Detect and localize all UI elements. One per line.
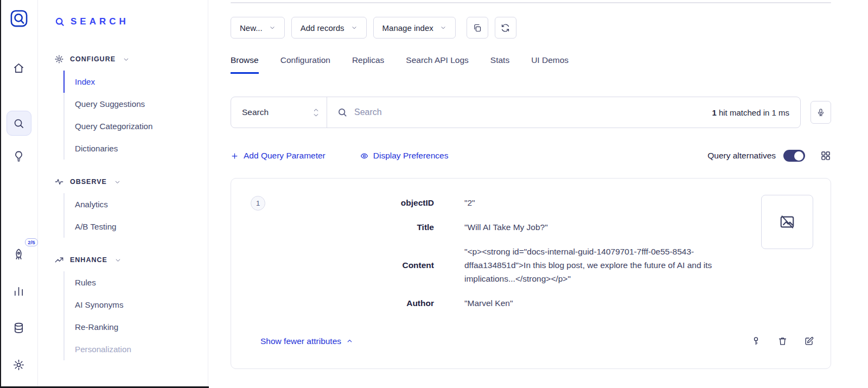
field-row-content: Content "<p><strong id="docs-internal-gu… [304,245,808,285]
sidebar-item-analytics[interactable]: Analytics [63,193,208,215]
edit-record-button[interactable] [804,336,814,346]
icon-rail: 2/5 [0,0,38,388]
tab-replicas[interactable]: Replicas [352,55,384,74]
add-records-dropdown-button[interactable]: Add records [291,17,367,39]
chevron-up-icon [313,108,319,112]
tab-search-api-logs[interactable]: Search API Logs [406,55,468,74]
field-value: "Marvel Ken" [464,296,513,310]
hit-text: hit matched in [717,108,772,117]
section-header-configure[interactable]: CONFIGURE [54,54,208,64]
algolia-logo-icon[interactable] [9,9,29,28]
add-query-parameter-label: Add Query Parameter [244,151,326,161]
hit-count: 1 [712,108,716,117]
tab-browse[interactable]: Browse [231,55,259,74]
field-value: "<p><strong id="docs-internal-guid-14079… [464,245,757,285]
voice-search-button[interactable] [810,101,831,124]
record-action-icons [751,336,814,346]
image-placeholder [761,195,813,249]
chevron-down-icon [114,257,122,264]
sidebar-item-index[interactable]: Index [63,71,208,93]
hit-time: 1 ms [771,108,789,117]
field-value: "2" [464,196,475,209]
toggle-knob [794,151,803,161]
refresh-button[interactable] [495,17,516,39]
api-key-button[interactable] [751,336,761,346]
home-icon[interactable] [7,55,31,80]
tab-configuration[interactable]: Configuration [280,55,330,74]
key-icon [751,336,761,346]
tab-ui-demos[interactable]: UI Demos [531,55,569,74]
add-records-label: Add records [301,23,344,33]
rocket-icon[interactable]: 2/5 [7,241,31,266]
add-query-parameter-link[interactable]: Add Query Parameter [231,151,326,161]
algolia-dashboard: 2/5 SEARCH CONFIGURE Index Query Suggest… [0,0,868,388]
section-items: Rules AI Synonyms Re-Ranking Personaliza… [63,271,208,360]
search-product-title: SEARCH [71,16,129,27]
search-bar: Search 1 hit matched in 1 ms [231,97,801,128]
manage-index-dropdown-button[interactable]: Manage index [373,17,456,39]
edit-pencil-icon [804,336,814,346]
section-label: CONFIGURE [70,55,116,63]
sidebar-item-ab-testing[interactable]: A/B Testing [63,215,208,238]
lightbulb-icon[interactable] [7,143,31,168]
microphone-icon [816,108,825,117]
show-fewer-attributes-link[interactable]: Show fewer attributes [260,336,353,346]
sidebar-item-re-ranking[interactable]: Re-Ranking [63,316,208,338]
chevron-down-icon [269,24,276,31]
sidebar-item-rules[interactable]: Rules [63,271,208,294]
search-input[interactable] [348,107,712,117]
query-alternatives-toggle[interactable] [783,150,805,162]
section-header-observe[interactable]: OBSERVE [54,177,208,187]
field-row-author: Author "Marvel Ken" [304,296,808,310]
sidebar: SEARCH CONFIGURE Index Query Suggestions… [38,0,208,388]
search-stats: 1 hit matched in 1 ms [712,108,800,117]
sidebar-section-configure: CONFIGURE Index Query Suggestions Query … [54,54,208,160]
chevron-down-icon [114,179,121,186]
field-row-title: Title "Will AI Take My Job?" [304,220,808,234]
image-off-icon [779,214,795,230]
search-product-logo[interactable]: SEARCH [54,16,208,27]
window-left-edge [0,0,1,388]
result-card-footer: Show fewer attributes [247,336,814,346]
copy-index-button[interactable] [467,17,488,39]
sidebar-item-personalization[interactable]: Personalization [63,338,208,360]
section-items: Analytics A/B Testing [63,193,208,238]
sidebar-item-query-suggestions[interactable]: Query Suggestions [63,93,208,115]
chevron-down-icon [440,24,446,31]
new-dropdown-button[interactable]: New... [231,17,285,39]
bar-chart-icon[interactable] [7,278,31,303]
search-divider [327,97,327,128]
search-row: Search 1 hit matched in 1 ms [231,97,831,128]
display-preferences-link[interactable]: Display Preferences [360,151,449,161]
top-divider [231,2,831,3]
settings-gear-icon[interactable] [7,352,31,377]
tab-stats[interactable]: Stats [490,55,509,74]
manage-index-label: Manage index [382,23,433,33]
display-preferences-label: Display Preferences [373,151,449,161]
chevron-down-icon [123,56,130,63]
query-controls: Add Query Parameter Display Preferences … [231,150,831,162]
sidebar-item-query-categorization[interactable]: Query Categorization [63,115,208,137]
chevron-down-icon [313,113,319,117]
trash-icon [777,336,788,346]
plus-icon [231,152,239,160]
search-type-select[interactable]: Search [231,97,327,128]
section-header-enhance[interactable]: ENHANCE [54,255,208,265]
delete-record-button[interactable] [777,336,788,346]
index-toolbar: New... Add records Manage index [231,17,831,39]
search-logo-icon [54,16,65,27]
sidebar-item-ai-synonyms[interactable]: AI Synonyms [63,294,208,316]
gear-icon [54,54,64,64]
result-rank-badge: 1 [251,196,265,211]
sidebar-section-enhance: ENHANCE Rules AI Synonyms Re-Ranking Per… [54,255,208,360]
result-fields: objectID "2" Title "Will AI Take My Job?… [304,196,808,310]
index-tabs: Browse Configuration Replicas Search API… [231,55,831,74]
search-icon [337,107,348,118]
sidebar-item-dictionaries[interactable]: Dictionaries [63,137,208,160]
pulse-icon [54,177,64,187]
grid-view-button[interactable] [820,150,831,161]
search-nav-icon[interactable] [7,111,31,136]
section-label: OBSERVE [70,178,107,186]
database-icon[interactable] [7,315,31,340]
grid-icon [820,150,831,161]
